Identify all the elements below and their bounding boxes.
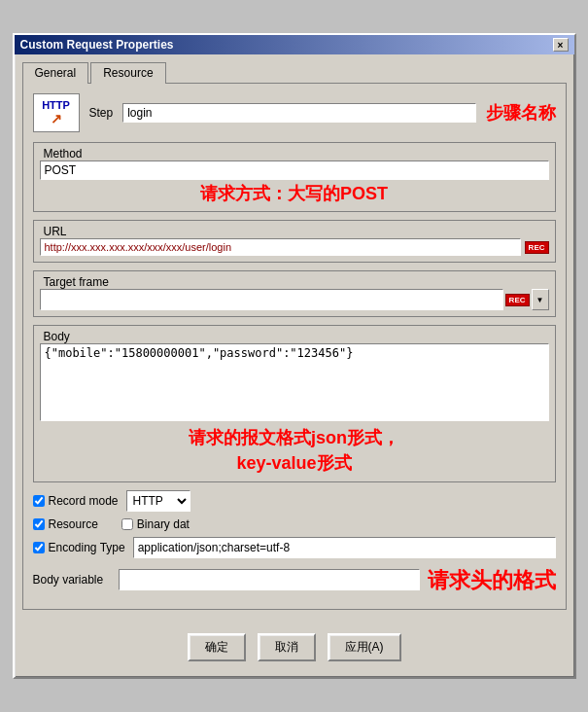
url-input[interactable] [40, 238, 521, 256]
method-legend: Method [40, 147, 549, 160]
target-frame-row: REC ▼ [40, 289, 549, 310]
body-fieldset: Body {"mobile":"15800000001","password":… [33, 325, 556, 481]
resource-binary-row: Resource Binary dat [33, 517, 556, 531]
main-window: Custom Request Properties × General Reso… [13, 33, 576, 678]
body-legend: Body [40, 330, 549, 343]
target-dropdown-btn[interactable]: ▼ [532, 289, 549, 310]
http-icon: HTTP ↗ [33, 93, 80, 132]
method-input[interactable] [40, 160, 549, 180]
window-title: Custom Request Properties [20, 38, 174, 52]
step-annotation: 步骤名称 [486, 101, 556, 125]
http-arrow-icon: ↗ [51, 111, 62, 126]
method-fieldset: Method 请求方式：大写的POST [33, 142, 556, 212]
ok-button[interactable]: 确定 [188, 633, 246, 661]
window-body: General Resource HTTP ↗ Step 步骤名称 Method [15, 54, 574, 676]
target-rec-badge: REC [505, 294, 530, 306]
method-annotation: 请求方式：大写的POST [40, 182, 549, 205]
target-frame-legend: Target frame [40, 275, 549, 289]
encoding-type-label[interactable]: Encoding Type [33, 541, 125, 554]
cancel-button[interactable]: 取消 [258, 633, 316, 661]
url-fieldset: URL REC [33, 220, 556, 263]
title-bar: Custom Request Properties × [15, 35, 574, 54]
body-variable-label: Body variable [33, 573, 111, 587]
rec-badge: REC [525, 241, 549, 254]
step-input[interactable] [122, 103, 475, 123]
resource-label[interactable]: Resource [33, 517, 98, 531]
encoding-type-row: Encoding Type [33, 537, 556, 558]
url-legend: URL [40, 225, 549, 238]
record-mode-row: Record mode HTTP HTTPS HTML [33, 490, 556, 512]
resource-checkbox[interactable] [33, 518, 45, 530]
close-button[interactable]: × [553, 38, 569, 52]
url-row: REC [40, 238, 549, 256]
step-label: Step [89, 106, 114, 120]
tab-general[interactable]: General [22, 62, 89, 84]
target-frame-input[interactable] [40, 289, 503, 310]
tab-bar: General Resource [22, 62, 567, 84]
record-mode-checkbox[interactable] [33, 495, 45, 507]
tab-content: HTTP ↗ Step 步骤名称 Method 请求方式：大写的POST URL… [22, 83, 567, 609]
body-annotation: 请求的报文格式json形式， key-value形式 [40, 426, 549, 475]
tab-resource[interactable]: Resource [90, 62, 165, 84]
binary-dat-checkbox[interactable] [121, 518, 133, 530]
encoding-type-input[interactable] [133, 537, 556, 558]
step-row: HTTP ↗ Step 步骤名称 [33, 93, 556, 132]
binary-dat-label[interactable]: Binary dat [121, 517, 190, 531]
body-container: {"mobile":"15800000001","password":"1234… [40, 343, 549, 424]
record-mode-label[interactable]: Record mode [33, 494, 119, 508]
body-variable-annotation: 请求头的格式 [428, 566, 556, 595]
record-mode-select[interactable]: HTTP HTTPS HTML [126, 490, 190, 512]
target-frame-fieldset: Target frame REC ▼ [33, 270, 556, 317]
body-textarea[interactable]: {"mobile":"15800000001","password":"1234… [40, 343, 549, 421]
button-row: 确定 取消 应用(A) [22, 625, 567, 669]
body-variable-row: Body variable 请求头的格式 [33, 564, 556, 595]
body-variable-input[interactable] [119, 569, 420, 590]
apply-button[interactable]: 应用(A) [328, 633, 401, 661]
encoding-type-checkbox[interactable] [33, 542, 45, 553]
